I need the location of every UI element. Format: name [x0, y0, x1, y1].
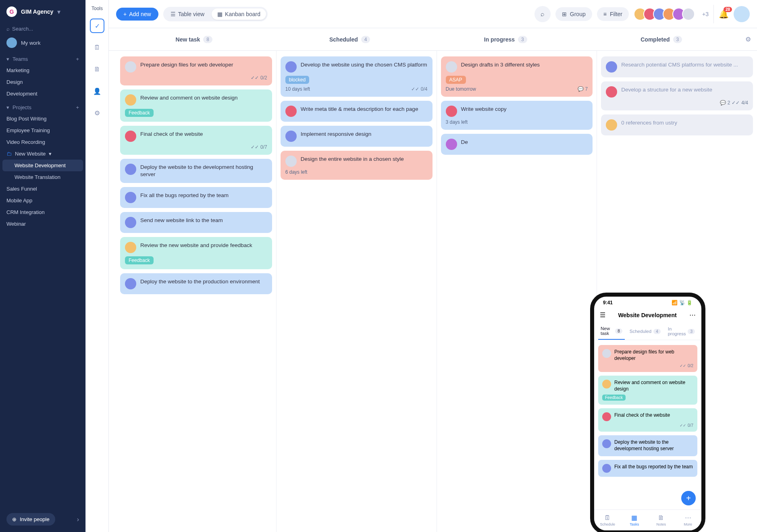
- card-title: Deploy the website to the development ho…: [140, 164, 267, 178]
- search-input[interactable]: ⌕ Search...: [0, 23, 85, 34]
- task-card[interactable]: Develop a structure for a new website 💬2…: [601, 81, 753, 110]
- phone-nav-label: More: [684, 522, 692, 526]
- card-tag: Feedback: [125, 109, 154, 117]
- project-video[interactable]: Video Recording: [0, 136, 85, 148]
- current-user-avatar[interactable]: [734, 6, 750, 22]
- column-header-in-progress: In progress3: [428, 28, 584, 50]
- task-card[interactable]: Final check of the website ✓✓0/7: [598, 408, 697, 432]
- task-card[interactable]: Deploy the website to the development ho…: [120, 159, 272, 183]
- notification-badge: 28: [724, 7, 732, 12]
- card-title: Write meta title & meta description for …: [301, 106, 418, 113]
- phone-card-list[interactable]: Prepare design files for web developer ✓…: [594, 340, 701, 509]
- people-tool-icon[interactable]: 👤: [90, 84, 104, 98]
- menu-icon[interactable]: ☰: [600, 311, 605, 319]
- task-card[interactable]: Develop the website using the chosen CMS…: [281, 56, 433, 97]
- projects-section-header[interactable]: ▾Projects +: [0, 100, 85, 113]
- add-new-button[interactable]: + Add new: [116, 8, 158, 21]
- column-in-progress: Design drafts in 3 different styles ASAP…: [437, 51, 597, 532]
- task-card[interactable]: Design drafts in 3 different styles ASAP…: [441, 56, 593, 97]
- my-work-label: My work: [21, 40, 40, 46]
- phone-tab-in-progress[interactable]: In progress3: [665, 323, 697, 340]
- table-icon: ☰: [171, 11, 176, 17]
- phone-nav-tasks[interactable]: ▦Tasks: [621, 510, 648, 530]
- avatar: [125, 217, 136, 228]
- task-card[interactable]: Final check of the website ✓✓0/7: [120, 126, 272, 155]
- members-stack[interactable]: [634, 8, 695, 21]
- task-card[interactable]: 0 references from ustry: [601, 114, 753, 135]
- avatar: [446, 106, 457, 117]
- task-card[interactable]: Prepare design files for web developer ✓…: [598, 345, 697, 372]
- task-card[interactable]: Write meta title & meta description for …: [281, 101, 433, 122]
- project-webinar[interactable]: Webinar: [0, 218, 85, 230]
- invite-people-button[interactable]: ⊕ Invite people: [6, 513, 55, 526]
- phone-nav-notes[interactable]: 🗎Notes: [648, 510, 675, 530]
- filter-icon: ≡: [603, 11, 607, 17]
- task-card[interactable]: Review and comment on website design Fee…: [120, 89, 272, 122]
- avatar: [682, 8, 695, 21]
- nav-sidebar: G GIM Agency ▾ ⌕ Search... My work ▾Team…: [0, 0, 85, 532]
- project-crm[interactable]: CRM Integration: [0, 206, 85, 218]
- collapse-sidebar-icon[interactable]: ›: [77, 516, 79, 523]
- phone-status-bar: 9:41 📶 📡 🔋: [594, 297, 701, 309]
- project-website-translation[interactable]: Website Translation: [0, 171, 85, 183]
- card-title: Fix all the bugs reported by the team: [140, 192, 229, 199]
- project-mobile-app[interactable]: Mobile App: [0, 195, 85, 206]
- add-team-icon[interactable]: +: [76, 56, 79, 62]
- task-card[interactable]: Review and comment on website design Fee…: [598, 376, 697, 405]
- task-card[interactable]: Deploy the website to the development ho…: [598, 435, 697, 456]
- comment-icon: 💬: [720, 100, 726, 106]
- card-title: Final check of the website: [140, 131, 203, 138]
- card-title: Review the new website and provide feedb…: [140, 242, 252, 249]
- checklist-count: 0/2: [688, 364, 693, 368]
- add-project-icon[interactable]: +: [76, 104, 79, 110]
- calendar-tool-icon[interactable]: 🗓: [90, 40, 104, 55]
- teams-section-header[interactable]: ▾Teams +: [0, 51, 85, 64]
- column-header-scheduled: Scheduled4: [272, 28, 428, 50]
- task-card[interactable]: Design the entire website in a chosen st…: [281, 151, 433, 180]
- docs-tool-icon[interactable]: 🗎: [90, 62, 104, 77]
- phone-add-fab[interactable]: +: [681, 491, 696, 505]
- board-settings-icon[interactable]: ⚙: [739, 28, 757, 50]
- table-view-label: Table view: [178, 11, 204, 17]
- task-card[interactable]: De: [441, 134, 593, 155]
- more-icon: ⋯: [685, 514, 691, 522]
- org-switcher[interactable]: G GIM Agency ▾: [0, 0, 85, 23]
- task-card[interactable]: Fix all the bugs reported by the team: [598, 460, 697, 477]
- phone-nav-schedule[interactable]: 🗓Schedule: [594, 510, 621, 530]
- table-view-tab[interactable]: ☰ Table view: [165, 8, 210, 20]
- task-card[interactable]: Deploy the website to the production env…: [120, 273, 272, 294]
- phone-nav-label: Tasks: [630, 522, 639, 526]
- task-card[interactable]: Write website copy 3 days left: [441, 101, 593, 130]
- settings-tool-icon[interactable]: ⚙: [90, 106, 104, 120]
- project-website-development[interactable]: Website Development: [2, 160, 83, 171]
- task-card[interactable]: Review the new website and provide feedb…: [120, 237, 272, 269]
- phone-tab-new-task[interactable]: New task8: [598, 323, 625, 340]
- team-design[interactable]: Design: [0, 76, 85, 88]
- calendar-icon: 🗓: [604, 514, 611, 522]
- task-card[interactable]: Research potential CMS platforms for web…: [601, 56, 753, 77]
- toolbar: + Add new ☰ Table view ▦ Kanban board ⌕ …: [109, 0, 757, 28]
- search-button[interactable]: ⌕: [534, 6, 551, 22]
- task-card[interactable]: Implement responsive design: [281, 126, 433, 147]
- notifications-button[interactable]: 🔔 28: [719, 9, 729, 19]
- team-development[interactable]: Development: [0, 88, 85, 100]
- task-card[interactable]: Fix all the bugs reported by the team: [120, 187, 272, 208]
- project-blog[interactable]: Blog Post Writing: [0, 113, 85, 125]
- my-work-link[interactable]: My work: [0, 34, 85, 51]
- card-title: Prepare design files for web developer: [614, 349, 693, 362]
- phone-tab-scheduled[interactable]: Scheduled4: [627, 323, 663, 340]
- project-training[interactable]: Employee Training: [0, 125, 85, 136]
- task-card[interactable]: Prepare design files for web developer ✓…: [120, 56, 272, 85]
- project-folder-new-website[interactable]: 🗀 New Website ▾: [0, 148, 85, 160]
- team-marketing[interactable]: Marketing: [0, 64, 85, 76]
- members-more-count[interactable]: +3: [700, 11, 709, 17]
- project-sales-funnel[interactable]: Sales Funnel: [0, 183, 85, 195]
- phone-tab-count: 4: [653, 329, 661, 334]
- tasks-tool-icon[interactable]: ✓: [90, 19, 104, 33]
- more-icon[interactable]: ⋯: [689, 311, 696, 319]
- kanban-view-tab[interactable]: ▦ Kanban board: [212, 8, 266, 20]
- phone-nav-more[interactable]: ⋯More: [675, 510, 702, 530]
- task-card[interactable]: Send new website link to the team: [120, 212, 272, 233]
- group-button[interactable]: ⊞Group: [555, 7, 592, 21]
- filter-button[interactable]: ≡Filter: [597, 7, 629, 21]
